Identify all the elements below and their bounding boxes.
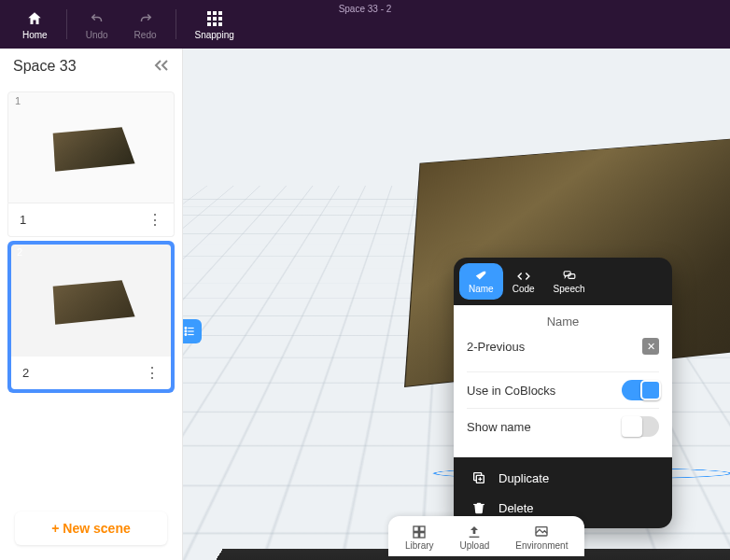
name-row: 2-Previous ✕ xyxy=(467,338,659,355)
redo-icon xyxy=(136,9,155,28)
tab-code[interactable]: Code xyxy=(503,263,544,300)
main: Space 33 1 1 ⋮ 2 2 ⋮ xyxy=(0,49,730,560)
space-title: Space 33 xyxy=(13,58,77,75)
duplicate-label: Duplicate xyxy=(498,471,549,485)
coblocks-toggle[interactable] xyxy=(622,380,659,400)
scene-menu-button[interactable]: ⋮ xyxy=(145,364,160,382)
upload-label: Upload xyxy=(460,540,490,551)
canvas-workspace[interactable]: Name Code Speech Name 2-Previous ✕ xyxy=(183,49,730,560)
environment-button[interactable]: Environment xyxy=(502,520,581,554)
svg-rect-0 xyxy=(207,11,211,15)
scene-footer: 2 ⋮ xyxy=(11,357,171,389)
toggle-knob xyxy=(622,416,642,437)
svg-rect-5 xyxy=(218,17,222,21)
bottom-toolbar: Library Upload Environment xyxy=(388,516,584,556)
svg-rect-3 xyxy=(207,17,211,21)
tab-speech[interactable]: Speech xyxy=(544,263,595,300)
toggle-coblocks-row: Use in CoBlocks xyxy=(467,372,659,408)
snapping-button[interactable]: Snapping xyxy=(182,6,247,44)
sidebar-header: Space 33 xyxy=(0,49,182,84)
home-icon xyxy=(25,9,44,28)
home-button[interactable]: Home xyxy=(9,6,61,44)
svg-point-11 xyxy=(185,334,187,336)
scene-footer: 1 ⋮ xyxy=(7,203,175,237)
svg-rect-1 xyxy=(213,11,217,15)
scene-thumbnail[interactable] xyxy=(7,91,175,203)
library-icon xyxy=(409,524,429,540)
svg-point-9 xyxy=(185,328,187,329)
delete-label: Delete xyxy=(498,501,534,515)
tab-code-label: Code xyxy=(512,284,535,294)
environment-icon xyxy=(531,524,552,540)
tab-name[interactable]: Name xyxy=(459,263,503,300)
svg-rect-23 xyxy=(414,533,418,538)
svg-rect-25 xyxy=(470,537,480,538)
scene-item[interactable]: 2 2 ⋮ xyxy=(7,241,175,393)
environment-label: Environment xyxy=(515,540,568,551)
undo-button[interactable]: Undo xyxy=(73,6,121,44)
snapping-label: Snapping xyxy=(195,30,234,40)
duplicate-button[interactable]: Duplicate xyxy=(457,463,668,493)
redo-label: Redo xyxy=(134,30,157,40)
svg-rect-22 xyxy=(420,526,425,531)
trash-icon xyxy=(469,500,489,515)
toggle-knob xyxy=(640,380,661,400)
tag-icon xyxy=(471,269,490,284)
svg-rect-15 xyxy=(564,272,570,276)
code-icon xyxy=(514,269,533,284)
new-scene-button[interactable]: + New scene xyxy=(15,511,167,545)
tab-name-label: Name xyxy=(469,284,494,294)
scenes-list: 1 1 ⋮ 2 2 ⋮ xyxy=(0,84,182,502)
redo-button[interactable]: Redo xyxy=(121,6,170,44)
panel-title: Name xyxy=(467,315,659,329)
undo-label: Undo xyxy=(86,30,108,40)
list-handle-icon[interactable] xyxy=(183,319,202,343)
divider xyxy=(175,9,176,39)
duplicate-icon xyxy=(469,470,489,485)
tab-speech-label: Speech xyxy=(554,284,585,294)
topbar: Space 33 - 2 Home Undo Redo Snapping xyxy=(0,0,730,49)
grid-icon xyxy=(205,9,224,28)
svg-rect-24 xyxy=(420,533,425,538)
showname-label: Show name xyxy=(467,420,531,434)
object-name-input[interactable]: 2-Previous xyxy=(467,340,525,354)
svg-rect-2 xyxy=(218,11,222,15)
clear-name-button[interactable]: ✕ xyxy=(642,338,659,355)
object-context-panel: Name Code Speech Name 2-Previous ✕ xyxy=(454,258,672,528)
coblocks-label: Use in CoBlocks xyxy=(467,384,555,398)
svg-rect-20 xyxy=(473,504,484,505)
scene-index: 1 xyxy=(15,95,21,106)
divider xyxy=(66,9,67,39)
svg-point-10 xyxy=(185,330,187,332)
panel-body: Name 2-Previous ✕ Use in CoBlocks Show n… xyxy=(454,305,672,457)
showname-toggle[interactable] xyxy=(622,416,659,437)
undo-icon xyxy=(88,9,106,28)
scene-menu-button[interactable]: ⋮ xyxy=(147,211,162,229)
home-label: Home xyxy=(22,30,48,40)
scene-label: 2 xyxy=(22,366,29,380)
upload-button[interactable]: Upload xyxy=(447,520,503,554)
svg-rect-7 xyxy=(213,22,217,26)
scene-index: 2 xyxy=(17,246,22,258)
context-tabs: Name Code Speech xyxy=(454,258,672,305)
window-title: Space 33 - 2 xyxy=(339,4,392,14)
library-button[interactable]: Library xyxy=(392,520,447,554)
scene-item[interactable]: 1 1 ⋮ xyxy=(7,91,175,237)
svg-rect-4 xyxy=(213,17,217,21)
svg-rect-6 xyxy=(207,22,211,26)
svg-rect-8 xyxy=(218,22,222,26)
scene-thumbnail[interactable] xyxy=(11,245,171,357)
upload-icon xyxy=(464,524,484,540)
speech-icon xyxy=(560,269,579,284)
svg-rect-21 xyxy=(414,526,418,531)
scenes-sidebar: Space 33 1 1 ⋮ 2 2 ⋮ xyxy=(0,49,183,560)
collapse-sidebar-button[interactable] xyxy=(154,59,169,74)
library-label: Library xyxy=(405,540,434,551)
scene-label: 1 xyxy=(20,213,26,227)
toggle-showname-row: Show name xyxy=(467,409,659,444)
